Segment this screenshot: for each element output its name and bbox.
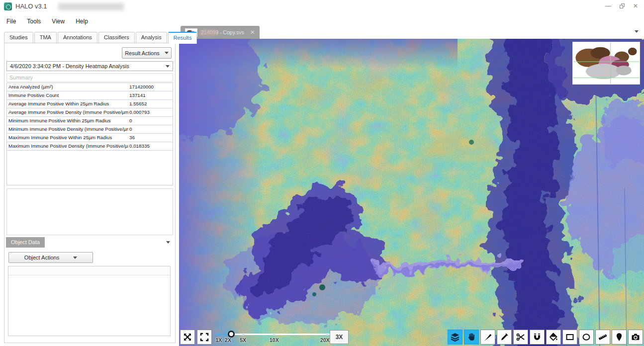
magnet-icon bbox=[532, 332, 542, 342]
view-controls bbox=[180, 330, 212, 345]
object-data-tab[interactable]: Object Data bbox=[6, 237, 45, 248]
summary-detail-box bbox=[6, 188, 173, 235]
pan-mode-button[interactable] bbox=[180, 330, 195, 345]
snapshot-tool-button[interactable] bbox=[628, 330, 643, 345]
slide-filename: 214099 - Copy.svs bbox=[201, 29, 244, 35]
viewer-tab-strip: 214099 - Copy.svs ✕ bbox=[179, 24, 644, 39]
title-bar: HALO v3.1 — ✕ bbox=[0, 0, 644, 13]
paint-bucket-icon bbox=[549, 332, 558, 342]
hand-icon bbox=[466, 332, 476, 342]
scissors-icon bbox=[516, 332, 526, 342]
result-actions-button[interactable]: Result Actions bbox=[122, 47, 172, 59]
table-row: Area Analyzed (µm²) 171420000 bbox=[7, 83, 173, 91]
tab-results[interactable]: Results bbox=[168, 32, 197, 44]
brush-tool-button[interactable] bbox=[480, 330, 495, 345]
panel-tab-strip: Studies TMA Annotations Classifiers Anal… bbox=[4, 32, 176, 43]
table-row: Maximum Immune Positive Within 25µm Radi… bbox=[7, 134, 173, 142]
table-row: Immune Positive Count 137141 bbox=[7, 91, 173, 100]
heatmap-canvas[interactable]: 1X 2X 5X 10X 20X 3X bbox=[179, 39, 644, 346]
tab-tma[interactable]: TMA bbox=[34, 32, 57, 43]
rectangle-icon bbox=[565, 332, 575, 342]
window-title: HALO v3.1 bbox=[15, 2, 47, 10]
ellipse-tool-button[interactable] bbox=[579, 330, 594, 345]
menu-view[interactable]: View bbox=[46, 16, 70, 27]
tab-annotations[interactable]: Annotations bbox=[58, 32, 97, 43]
summary-table: Area Analyzed (µm²) 171420000 Immune Pos… bbox=[6, 83, 173, 185]
pen-tool-button[interactable] bbox=[497, 330, 512, 345]
redaction-blur bbox=[58, 3, 124, 10]
zoom-label-2x[interactable]: 2X bbox=[225, 337, 231, 343]
table-row: Average Immune Positive Density (Immune … bbox=[7, 108, 173, 117]
move-arrows-icon bbox=[183, 332, 192, 342]
tab-classifiers[interactable]: Classifiers bbox=[98, 32, 135, 43]
camera-icon bbox=[631, 332, 641, 342]
pen-icon bbox=[499, 332, 509, 342]
menu-file[interactable]: File bbox=[1, 16, 21, 27]
zoom-stop-dot[interactable] bbox=[326, 333, 329, 336]
current-zoom-indicator: 3X bbox=[330, 330, 349, 344]
ellipse-icon bbox=[581, 332, 591, 342]
annotation-toolbar bbox=[448, 330, 643, 345]
table-row: Minimum Immune Positive Density (Immune … bbox=[7, 125, 173, 134]
caret-down-icon bbox=[73, 257, 77, 259]
zoom-label-20x[interactable]: 20X bbox=[320, 337, 330, 343]
layers-tool-button[interactable] bbox=[448, 330, 462, 345]
pin-icon bbox=[614, 332, 624, 342]
table-row: Minimum Immune Positive Within 25µm Radi… bbox=[7, 117, 173, 125]
summary-section-header: Summary bbox=[6, 73, 173, 82]
zoom-label-5x[interactable]: 5X bbox=[240, 337, 246, 343]
fit-to-screen-button[interactable] bbox=[197, 330, 212, 345]
caret-down-icon bbox=[166, 241, 170, 244]
pin-tool-button[interactable] bbox=[612, 330, 627, 345]
slide-overview-map[interactable] bbox=[572, 42, 640, 85]
slide-viewer: 214099 - Copy.svs ✕ bbox=[179, 24, 644, 346]
object-table-header bbox=[8, 266, 170, 275]
close-tab-icon[interactable]: ✕ bbox=[250, 29, 255, 36]
zoom-slider[interactable]: 1X 2X 5X 10X 20X bbox=[215, 330, 331, 345]
fullscreen-corners-icon bbox=[199, 332, 209, 342]
menu-bar: File Tools View Help bbox=[1, 16, 93, 27]
zoom-stop-dot[interactable] bbox=[216, 333, 219, 336]
tab-list-caret-icon[interactable] bbox=[635, 30, 639, 33]
ruler-icon bbox=[598, 332, 608, 342]
zoom-label-10x[interactable]: 10X bbox=[270, 337, 279, 343]
table-row: Average Immune Positive Within 25µm Radi… bbox=[7, 100, 173, 108]
caret-down-icon bbox=[166, 65, 170, 68]
results-panel: Result Actions 4/6/2020 3:34:02 PM - Den… bbox=[4, 43, 176, 343]
fill-tool-button[interactable] bbox=[546, 330, 561, 345]
left-panel: Studies TMA Annotations Classifiers Anal… bbox=[4, 32, 176, 343]
table-row: Maximum Immune Positive Density (Immune … bbox=[7, 142, 173, 151]
tab-studies[interactable]: Studies bbox=[4, 32, 33, 43]
zoom-slider-handle[interactable] bbox=[228, 331, 235, 338]
object-actions-button[interactable]: Object Actions bbox=[8, 252, 93, 263]
halo-window: HALO v3.1 — ✕ File Tools View Help Studi… bbox=[0, 0, 644, 346]
caret-down-icon bbox=[165, 52, 169, 54]
zoom-stop-dot[interactable] bbox=[242, 333, 244, 336]
scissors-tool-button[interactable] bbox=[513, 330, 528, 345]
close-button[interactable]: ✕ bbox=[633, 2, 638, 9]
density-heatmap-image bbox=[179, 39, 644, 346]
minimize-button[interactable]: — bbox=[605, 2, 611, 9]
restore-button[interactable] bbox=[620, 3, 625, 8]
result-selector-dropdown[interactable]: 4/6/2020 3:34:02 PM - Density Heatmap An… bbox=[6, 61, 173, 71]
brush-icon bbox=[483, 332, 493, 342]
halo-app-icon bbox=[4, 2, 12, 10]
menu-help[interactable]: Help bbox=[70, 16, 93, 27]
zoom-stop-dot[interactable] bbox=[273, 333, 276, 336]
menu-tools[interactable]: Tools bbox=[21, 16, 46, 27]
layers-icon bbox=[450, 332, 460, 342]
ruler-tool-button[interactable] bbox=[595, 330, 610, 345]
pan-hand-tool-button[interactable] bbox=[464, 330, 479, 345]
zoom-label-1x[interactable]: 1X bbox=[216, 337, 222, 343]
tab-analysis[interactable]: Analysis bbox=[136, 32, 167, 43]
redaction-blur bbox=[200, 29, 217, 36]
object-data-table bbox=[8, 266, 171, 336]
magnet-tool-button[interactable] bbox=[530, 330, 545, 345]
object-data-header-bar[interactable]: Object Data bbox=[4, 237, 175, 248]
rectangle-tool-button[interactable] bbox=[562, 330, 577, 345]
zoom-stop-dot[interactable] bbox=[224, 333, 227, 336]
